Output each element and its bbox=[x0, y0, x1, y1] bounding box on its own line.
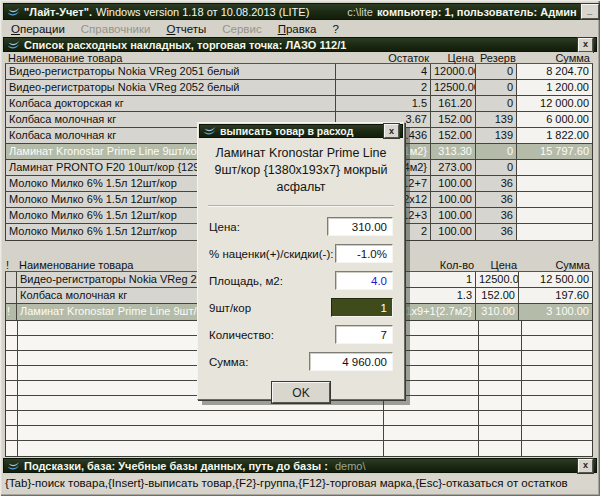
cell-reserve: 139 bbox=[476, 128, 517, 143]
column-header-price: Цена bbox=[432, 52, 477, 64]
hotkeys-help: {Tab}-поиск товара,{Insert}-выписать тов… bbox=[3, 475, 597, 490]
column-header-price: Цена bbox=[477, 259, 520, 271]
cell-sum: 3 100.00 bbox=[519, 304, 592, 320]
cell-price: 152.00 bbox=[476, 288, 519, 303]
field-label: % наценки(+)/скидки(-): bbox=[209, 248, 333, 260]
field-label: Цена: bbox=[209, 221, 240, 233]
dialog-field-row: Количество:7 bbox=[209, 321, 393, 348]
empty-row bbox=[6, 441, 592, 456]
cell-sum: 1 200.00 bbox=[517, 80, 592, 95]
cell-sum bbox=[517, 160, 592, 175]
stock-table-header: Наименование товара Остаток Цена Резерв … bbox=[5, 52, 593, 64]
grid-line bbox=[521, 321, 522, 456]
menu-item[interactable]: Правка bbox=[270, 23, 325, 35]
column-header-name: Наименование товара bbox=[5, 52, 337, 64]
dialog-title-bar: выписать товар в расход x bbox=[199, 124, 403, 138]
field-label: Площадь, м2: bbox=[209, 275, 283, 287]
column-header-flag: ! bbox=[5, 259, 16, 271]
menu-bar: ОперацииСправочникиОтчетыСервисПравка? bbox=[3, 21, 597, 36]
session-info: компьютер: 1, пользователь: Админ bbox=[377, 6, 577, 18]
status-close-button[interactable]: x bbox=[578, 459, 593, 473]
menu-item[interactable]: Операции bbox=[3, 23, 73, 35]
sum-input[interactable]: 4 960.00 bbox=[309, 352, 393, 371]
invoice-list-header: Список расходных накладных, торговая точ… bbox=[3, 37, 597, 52]
column-header-sum: Сумма bbox=[518, 52, 593, 64]
cell-sum: 8 204.70 bbox=[517, 64, 592, 79]
dialog-title: выписать товар в расход bbox=[220, 125, 353, 137]
price-input[interactable]: 310.00 bbox=[327, 217, 393, 236]
invoice-list-title: Список расходных накладных, торговая точ… bbox=[24, 39, 346, 51]
status-text: Подсказки, база: Учебные базы данных, пу… bbox=[24, 460, 328, 472]
dialog-field-row: 9шт/кор1 bbox=[209, 294, 393, 321]
cell-sum: 15 797.60 bbox=[517, 144, 592, 159]
cell-reserve: 0 bbox=[476, 160, 517, 175]
cell-price: 12500.00 bbox=[431, 80, 476, 95]
cell-reserve: 36 bbox=[476, 176, 517, 191]
ok-button[interactable]: OK bbox=[272, 382, 330, 403]
cell-reserve: 36 bbox=[476, 192, 517, 207]
cell-sum bbox=[517, 224, 592, 240]
cell-sum: 6 000.00 bbox=[517, 112, 592, 127]
status-db-path: demo\ bbox=[335, 460, 366, 472]
dialog-field-row: Сумма:4 960.00 bbox=[209, 348, 393, 375]
cell-reserve: 0 bbox=[476, 144, 517, 159]
cell-stock: 1.5 bbox=[336, 96, 431, 111]
app-logo-icon bbox=[7, 460, 20, 472]
cell-sum: 12 500.00 bbox=[519, 272, 592, 287]
app-logo-icon bbox=[7, 39, 20, 51]
cell-price: 161.20 bbox=[431, 96, 476, 111]
cell-reserve: 36 bbox=[476, 224, 517, 240]
window-controls: _ □ ✕ bbox=[581, 4, 600, 19]
dialog-close-button[interactable]: x bbox=[384, 124, 399, 138]
dialog-field-row: Цена:310.00 bbox=[209, 213, 393, 240]
menu-item: Сервис bbox=[214, 23, 269, 35]
app-window: "Лайт-Учет". Windows version 1.18 от 10.… bbox=[0, 0, 600, 496]
cell-sum bbox=[517, 176, 592, 191]
cell-flag bbox=[6, 272, 17, 287]
cell-price: 152.00 bbox=[431, 112, 476, 127]
cell-reserve: 139 bbox=[476, 112, 517, 127]
cell-flag bbox=[6, 288, 17, 303]
area-input[interactable]: 4.0 bbox=[335, 271, 393, 290]
cell-price: 100.00 bbox=[431, 224, 476, 240]
app-logo-icon bbox=[7, 6, 20, 18]
cell-price: 273.00 bbox=[431, 160, 476, 175]
field-label: Сумма: bbox=[209, 356, 248, 368]
table-row[interactable]: Видео-регистраторы Nokia VReg 2051 белый… bbox=[6, 64, 592, 80]
db-path-label: c:\lite bbox=[347, 6, 373, 18]
title-bar: "Лайт-Учет". Windows version 1.18 от 10.… bbox=[3, 3, 597, 20]
cell-price: 310.00 bbox=[476, 304, 519, 320]
empty-row bbox=[6, 426, 592, 441]
field-label: 9шт/кор bbox=[209, 302, 251, 314]
cell-sum bbox=[517, 192, 592, 207]
table-row[interactable]: Видео-регистраторы Nokia VReg 2052 белый… bbox=[6, 80, 592, 96]
cell-price: 12500.00 bbox=[476, 272, 519, 287]
minimize-button[interactable]: _ bbox=[581, 4, 599, 19]
cell-flag: ! bbox=[6, 304, 17, 320]
invoice-list-close-button[interactable]: x bbox=[578, 38, 593, 52]
app-version: Windows version 1.18 от 10.08.2013 (LITE… bbox=[96, 6, 309, 18]
grid-line bbox=[17, 321, 18, 456]
cell-price: 152.00 bbox=[431, 128, 476, 143]
issue-dialog: выписать товар в расход x Ламинат Kronos… bbox=[197, 122, 405, 400]
cell-stock: 2 bbox=[336, 80, 431, 95]
cell-name: Колбаса докторская кг bbox=[6, 96, 336, 111]
cell-price: 100.00 bbox=[431, 176, 476, 191]
menu-item: Справочники bbox=[73, 23, 159, 35]
quantity-input[interactable]: 7 bbox=[335, 325, 393, 344]
empty-row bbox=[6, 411, 592, 426]
app-logo-icon bbox=[203, 125, 216, 137]
cell-sum: 197.60 bbox=[519, 288, 592, 303]
table-row[interactable]: Колбаса докторская кг1.5161.20012 000.00 bbox=[6, 96, 592, 112]
menu-item[interactable]: ? bbox=[325, 23, 347, 35]
markup-discount-input[interactable]: -1.0% bbox=[335, 244, 393, 263]
cell-sum: 12 000.00 bbox=[517, 96, 592, 111]
cell-reserve: 0 bbox=[476, 96, 517, 111]
product-name: Ламинат Kronostar Prime Line 9шт/кор {13… bbox=[198, 139, 404, 196]
menu-item[interactable]: Отчеты bbox=[158, 23, 214, 35]
dialog-separator bbox=[208, 205, 394, 207]
cell-reserve: 36 bbox=[476, 208, 517, 223]
cell-sum: 1 822.00 bbox=[517, 128, 592, 143]
field-label: Количество: bbox=[209, 329, 274, 341]
per-box-input[interactable]: 1 bbox=[331, 298, 393, 317]
